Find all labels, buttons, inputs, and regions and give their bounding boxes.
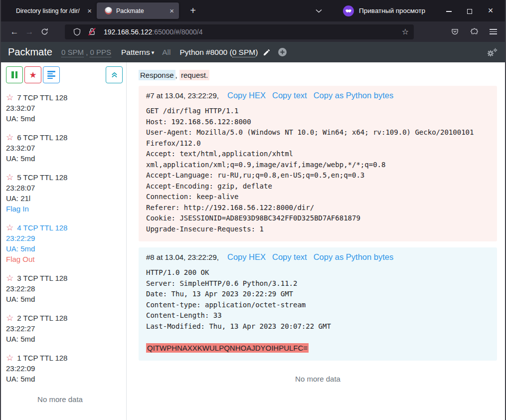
stream-item-3[interactable]: ☆3 TCP TTL 128 23:22:28 UA: 5md bbox=[6, 273, 126, 304]
favorite-star-icon[interactable]: ☆ bbox=[6, 314, 13, 322]
packet-content: HTTP/1.0 200 OK Server: SimpleHTTP/0.6 P… bbox=[146, 267, 486, 354]
scroll-to-top-button[interactable] bbox=[106, 66, 123, 83]
copy-hex-link[interactable]: Copy HEX bbox=[227, 252, 266, 262]
stream-item-1[interactable]: ☆1 TCP TTL 128 23:22:09 UA: 5md bbox=[6, 353, 126, 384]
new-tab-button[interactable]: + bbox=[186, 5, 200, 16]
stream-time: 23:32:07 bbox=[6, 143, 126, 153]
url-path: :65000/#/8000/4 bbox=[152, 28, 202, 36]
stream-title: 3 TCP TTL 128 bbox=[17, 273, 67, 283]
private-browsing-mask-icon bbox=[343, 5, 354, 16]
url-bar[interactable]: 192.168.56.122:65000/#/8000/4 ☆ bbox=[65, 24, 414, 39]
stream-item-4-selected[interactable]: ☆4 TCP TTL 128 23:22:29 UA: 5md Flag Out bbox=[6, 222, 126, 264]
content-area: ★ ☆7 TCP TTL 128 23:32:07 UA: 5md ☆6 TCP… bbox=[0, 62, 506, 420]
packet-header: #7 at 13.04, 23:22:29, Copy HEX Copy tex… bbox=[146, 91, 490, 100]
shield-icon[interactable] bbox=[73, 27, 81, 36]
favorite-star-icon[interactable]: ☆ bbox=[6, 354, 13, 362]
copy-hex-link[interactable]: Copy HEX bbox=[227, 91, 266, 100]
matched-flag-highlight: QITWPHNAXXKWULPQNHOAJDYOIHPULFC= bbox=[146, 343, 309, 353]
browser-tab-packmate[interactable]: Packmate× bbox=[97, 2, 179, 19]
app-brand[interactable]: Packmate bbox=[8, 46, 52, 58]
stream-title: 4 TCP TTL 128 bbox=[17, 222, 67, 233]
browser-tab-directory[interactable]: Directory listing for /dir/× bbox=[8, 2, 97, 19]
browser-tab-bar: Directory listing for /dir/× Packmate× +… bbox=[0, 0, 506, 21]
packmate-favicon-icon bbox=[105, 7, 112, 14]
favorite-star-icon[interactable]: ☆ bbox=[6, 223, 13, 232]
packet-block-response-8: #8 at 13.04, 23:22:29, Copy HEX Copy tex… bbox=[139, 247, 497, 361]
reload-button[interactable] bbox=[37, 25, 52, 39]
packmate-navbar: Packmate 0 SPM , 0 PPS Patterns▾ All Pyt… bbox=[0, 42, 506, 62]
main-no-more-data: No more data bbox=[139, 375, 497, 383]
stream-time: 23:22:28 bbox=[6, 283, 126, 294]
stream-title: 7 TCP TTL 128 bbox=[17, 92, 67, 103]
back-button[interactable]: ← bbox=[7, 25, 22, 39]
stream-ua: UA: 5md bbox=[6, 113, 126, 124]
forward-button[interactable]: → bbox=[22, 25, 37, 39]
stream-ua: UA: 5md bbox=[6, 374, 126, 384]
packet-panel: Response, request. #7 at 13.04, 23:22:29… bbox=[127, 62, 506, 420]
window-maximize-button[interactable] bbox=[459, 6, 480, 15]
packet-header: #8 at 13.04, 23:22:29, Copy HEX Copy tex… bbox=[146, 252, 490, 262]
stream-title: 6 TCP TTL 128 bbox=[17, 132, 67, 143]
window-close-button[interactable]: × bbox=[480, 5, 501, 16]
stream-ua: UA: 5md bbox=[6, 153, 126, 164]
stream-time: 23:22:09 bbox=[6, 363, 126, 374]
stream-sidebar: ★ ☆7 TCP TTL 128 23:32:07 UA: 5md ☆6 TCP… bbox=[0, 62, 127, 420]
spm-stat: 0 SPM bbox=[61, 48, 84, 57]
pps-stat: 0 PPS bbox=[90, 48, 111, 57]
browser-nav-toolbar: ← → 192.168.56.122:65000/#/8000/4 ☆ bbox=[0, 21, 506, 42]
flag-in-link[interactable]: Flag In bbox=[6, 204, 126, 214]
stream-time: 23:32:07 bbox=[6, 103, 126, 113]
url-text: 192.168.56.122:65000/#/8000/4 bbox=[104, 28, 398, 36]
window-minimize-button[interactable] bbox=[438, 6, 459, 15]
pocket-icon[interactable] bbox=[451, 27, 459, 36]
stream-item-2[interactable]: ☆2 TCP TTL 128 23:22:27 UA: 5md bbox=[6, 313, 126, 344]
packet-meta: #7 at 13.04, 23:22:29, bbox=[146, 91, 219, 100]
private-browsing-label: Приватный просмотр bbox=[359, 7, 425, 14]
current-pattern-title[interactable]: Python #8000 (0 SPM) bbox=[180, 48, 258, 57]
all-patterns-link[interactable]: All bbox=[162, 48, 170, 57]
traffic-stats: 0 SPM , 0 PPS bbox=[61, 48, 111, 56]
window-border-left bbox=[0, 0, 1, 420]
stream-time: 23:28:07 bbox=[6, 183, 126, 193]
menu-hamburger-icon[interactable] bbox=[490, 29, 497, 34]
copy-text-link[interactable]: Copy text bbox=[272, 91, 307, 100]
list-all-tabs-chevron-icon[interactable] bbox=[316, 9, 322, 13]
flag-out-link[interactable]: Flag Out bbox=[6, 254, 126, 264]
copy-python-bytes-link[interactable]: Copy as Python bytes bbox=[314, 252, 394, 262]
edit-pattern-pencil-icon[interactable] bbox=[263, 48, 271, 56]
settings-cogs-icon[interactable] bbox=[486, 47, 498, 57]
stream-item-7[interactable]: ☆7 TCP TTL 128 23:32:07 UA: 5md bbox=[6, 92, 126, 124]
bookmark-star-icon[interactable]: ☆ bbox=[402, 27, 409, 36]
favorite-star-icon[interactable]: ☆ bbox=[6, 133, 13, 142]
tab-close-icon[interactable]: × bbox=[87, 7, 92, 14]
pause-capture-button[interactable] bbox=[6, 66, 23, 83]
copy-text-link[interactable]: Copy text bbox=[272, 252, 307, 262]
tab-title: Directory listing for /dir/ bbox=[16, 7, 81, 14]
stream-ua: UA: 5md bbox=[6, 243, 126, 254]
stream-title: 2 TCP TTL 128 bbox=[17, 313, 67, 323]
extensions-puzzle-icon[interactable] bbox=[470, 27, 479, 36]
tab-title: Packmate bbox=[116, 7, 164, 14]
tab-close-icon[interactable]: × bbox=[169, 7, 174, 14]
stream-title: 5 TCP TTL 128 bbox=[17, 172, 67, 183]
favorite-star-icon[interactable]: ☆ bbox=[6, 274, 13, 282]
patterns-dropdown[interactable]: Patterns▾ bbox=[121, 48, 154, 57]
favorite-star-icon[interactable]: ☆ bbox=[6, 93, 13, 102]
favorite-star-icon[interactable]: ☆ bbox=[6, 173, 13, 182]
insecure-lock-icon[interactable] bbox=[87, 27, 97, 36]
sidebar-toolbar: ★ bbox=[6, 66, 126, 83]
packet-meta: #8 at 13.04, 23:22:29, bbox=[146, 253, 219, 261]
packet-block-request-7: #7 at 13.04, 23:22:29, Copy HEX Copy tex… bbox=[139, 86, 497, 241]
add-pattern-button[interactable] bbox=[278, 47, 287, 57]
legend-request: request. bbox=[179, 70, 209, 80]
stream-item-6[interactable]: ☆6 TCP TTL 128 23:32:07 UA: 5md bbox=[6, 132, 126, 164]
copy-python-bytes-link[interactable]: Copy as Python bytes bbox=[314, 91, 394, 100]
stream-ua: UA: 5md bbox=[6, 294, 126, 304]
list-view-button[interactable] bbox=[43, 66, 60, 83]
chevron-down-icon: ▾ bbox=[152, 49, 155, 55]
stream-item-5[interactable]: ☆5 TCP TTL 128 23:28:07 UA: 21l Flag In bbox=[6, 172, 126, 214]
url-host: 192.168.56.122 bbox=[104, 28, 152, 36]
favorites-filter-button[interactable]: ★ bbox=[24, 66, 41, 83]
stream-time: 23:22:29 bbox=[6, 233, 126, 243]
list-icon bbox=[47, 70, 55, 80]
